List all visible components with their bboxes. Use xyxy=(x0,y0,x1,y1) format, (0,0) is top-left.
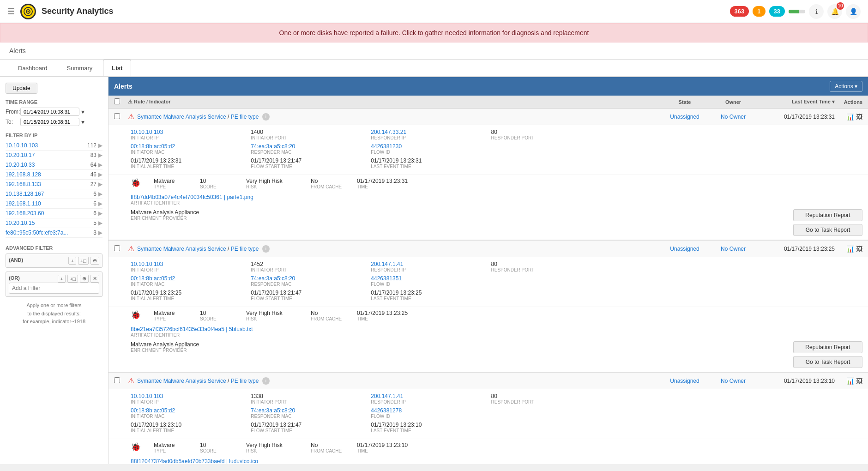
rep-task-buttons: Reputation Report Go to Task Report xyxy=(793,339,868,372)
alert-type[interactable]: PE file type xyxy=(231,377,259,384)
notification-wrap: 🔔 10 xyxy=(827,4,842,19)
risk-value: Very High Risk xyxy=(246,310,301,316)
or-add-group-btn[interactable]: +□ xyxy=(67,275,78,283)
score-label: SCORE xyxy=(200,316,237,321)
reputation-report-btn[interactable]: Reputation Report xyxy=(793,209,862,221)
go-to-task-report-btn[interactable]: Go to Task Report xyxy=(793,356,862,368)
from-cache-label: FROM CACHE xyxy=(311,184,348,189)
update-button[interactable]: Update xyxy=(6,83,37,94)
initiator-port-label: INITIATOR PORT xyxy=(251,135,365,140)
and-add-btn[interactable]: + xyxy=(68,257,76,265)
from-date-input[interactable] xyxy=(20,108,79,116)
and-copy-btn[interactable]: ⊕ xyxy=(90,257,99,265)
ip-link[interactable]: 10.20.10.15 xyxy=(6,220,93,226)
alert-service[interactable]: Symantec Malware Analysis Service xyxy=(137,245,226,252)
last-event-time-value: 01/17/2019 13:23:10 xyxy=(371,422,485,428)
initial-alert-time-value: 01/17/2019 13:23:31 xyxy=(131,157,245,164)
ip-link[interactable]: 192.168.8.133 xyxy=(6,181,90,187)
alert-block: ⚠ Symantec Malware Analysis Service / PE… xyxy=(108,109,868,241)
actions-dropdown-btn[interactable]: Actions ▾ xyxy=(830,81,862,92)
badge-red[interactable]: 363 xyxy=(730,6,749,17)
ip-expand-arrow[interactable]: ▶ xyxy=(98,171,102,178)
initiator-ip-value: 10.10.10.103 xyxy=(131,261,245,267)
ip-expand-arrow[interactable]: ▶ xyxy=(98,162,102,168)
from-cache-label: FROM CACHE xyxy=(311,316,348,321)
chart-icon[interactable]: 📊 xyxy=(846,113,854,121)
initiator-ip-cell: 10.10.10.103 INITIATOR IP xyxy=(131,129,245,140)
svg-point-2 xyxy=(28,11,29,12)
alert-checkbox[interactable] xyxy=(114,377,120,383)
malware-type-cell: Malware TYPE xyxy=(154,178,191,189)
alert-type[interactable]: PE file type xyxy=(231,113,259,120)
info-icon-btn[interactable]: ℹ xyxy=(809,4,824,19)
alert-state: Unassigned xyxy=(659,246,710,252)
ip-list-item: 10.20.10.17 83 ▶ xyxy=(6,151,102,160)
initiator-port-label: INITIATOR PORT xyxy=(251,267,365,272)
initial-alert-time-value: 01/17/2019 13:23:25 xyxy=(131,290,245,296)
info-badge[interactable]: i xyxy=(262,113,270,121)
artifact-link[interactable]: ff8b7dd4b03a07e4c4ef70034fc50361 | parte… xyxy=(131,194,253,200)
initiator-mac-cell: 00:18:8b:ac:05:d2 INITIATOR MAC xyxy=(131,143,245,155)
go-to-task-report-btn[interactable]: Go to Task Report xyxy=(793,224,862,236)
mal-time-value: 01/17/2019 13:23:31 xyxy=(357,178,408,184)
artifact-link[interactable]: 8be21ea7f35726bcf61435e33a0f4ea5 | 5btus… xyxy=(131,326,253,332)
ip-link[interactable]: fe80::95c5:50fc:efe3:7a... xyxy=(6,229,93,236)
alert-type[interactable]: PE file type xyxy=(231,245,259,252)
chart-icon[interactable]: 📊 xyxy=(846,245,854,253)
add-filter-input[interactable] xyxy=(9,283,99,294)
notification-badge: 10 xyxy=(837,2,844,10)
select-all-checkbox[interactable] xyxy=(114,98,120,104)
tab-dashboard[interactable]: Dashboard xyxy=(9,60,56,76)
alert-service[interactable]: Symantec Malware Analysis Service xyxy=(137,113,226,120)
ip-expand-arrow[interactable]: ▶ xyxy=(98,142,102,149)
ip-expand-arrow[interactable]: ▶ xyxy=(98,181,102,187)
info-badge[interactable]: i xyxy=(262,245,270,253)
or-delete-btn[interactable]: ✕ xyxy=(90,275,99,283)
ip-expand-arrow[interactable]: ▶ xyxy=(98,152,102,158)
or-add-btn[interactable]: + xyxy=(58,275,65,283)
ip-link[interactable]: 10.10.10.103 xyxy=(6,142,87,149)
artifact-link[interactable]: 88f12047374ad0db5aefd70b733baefd | luduv… xyxy=(131,458,258,464)
and-add-group-btn[interactable]: +□ xyxy=(78,257,89,265)
to-date-input[interactable] xyxy=(20,118,79,126)
alert-service[interactable]: Symantec Malware Analysis Service xyxy=(137,377,226,384)
ip-link[interactable]: 192.168.203.60 xyxy=(6,210,93,217)
ip-expand-arrow[interactable]: ▶ xyxy=(98,210,102,217)
ip-expand-arrow[interactable]: ▶ xyxy=(98,200,102,207)
initiator-ip-label: INITIATOR IP xyxy=(131,267,245,272)
from-date-arrow[interactable]: ▾ xyxy=(81,108,84,115)
and-filter-group: (AND) + +□ ⊕ xyxy=(6,254,102,268)
ip-link[interactable]: 10.20.10.17 xyxy=(6,152,90,158)
responder-ip-cell: 200.147.33.21 RESPONDER IP xyxy=(371,129,485,140)
badge-cyan[interactable]: 33 xyxy=(769,6,785,17)
ip-expand-arrow[interactable]: ▶ xyxy=(98,191,102,197)
alerts-table: Alerts Actions ▾ ⚠ Rule / Indicator Stat… xyxy=(108,77,868,464)
ip-expand-arrow[interactable]: ▶ xyxy=(98,229,102,236)
tab-summary[interactable]: Summary xyxy=(58,60,102,76)
image-icon[interactable]: 🖼 xyxy=(856,377,862,385)
ip-link[interactable]: 192.168.1.110 xyxy=(6,200,93,207)
badge-orange[interactable]: 1 xyxy=(753,6,765,17)
or-copy-btn[interactable]: ⊕ xyxy=(80,275,89,283)
alert-checkbox[interactable] xyxy=(114,113,120,119)
spacer-cell3 xyxy=(491,275,606,287)
from-cache-cell: No FROM CACHE xyxy=(311,442,348,453)
chart-icon[interactable]: 📊 xyxy=(846,377,854,385)
disk-warning-banner[interactable]: One or more disks have reported a failur… xyxy=(0,23,868,42)
alert-checkbox[interactable] xyxy=(114,245,120,251)
initial-alert-time-cell: 01/17/2019 13:23:31 INITIAL ALERT TIME xyxy=(131,157,245,169)
reputation-report-btn[interactable]: Reputation Report xyxy=(793,341,862,353)
responder-mac-cell: 74:ea:3a:a5:c8:20 RESPONDER MAC xyxy=(251,143,365,155)
hamburger-icon[interactable]: ☰ xyxy=(7,6,15,17)
info-badge[interactable]: i xyxy=(262,377,270,385)
detail-grid: 10.10.10.103 INITIATOR IP 1338 INITIATOR… xyxy=(131,393,846,433)
image-icon[interactable]: 🖼 xyxy=(856,113,862,121)
ip-link[interactable]: 10.138.128.167 xyxy=(6,191,93,197)
ip-link[interactable]: 192.168.8.128 xyxy=(6,171,90,178)
image-icon[interactable]: 🖼 xyxy=(856,245,862,253)
tab-list[interactable]: List xyxy=(103,60,131,76)
ip-link[interactable]: 10.20.10.33 xyxy=(6,162,90,168)
user-icon-btn[interactable]: 👤 xyxy=(846,4,861,19)
ip-expand-arrow[interactable]: ▶ xyxy=(98,220,102,226)
to-date-arrow[interactable]: ▾ xyxy=(81,118,84,126)
